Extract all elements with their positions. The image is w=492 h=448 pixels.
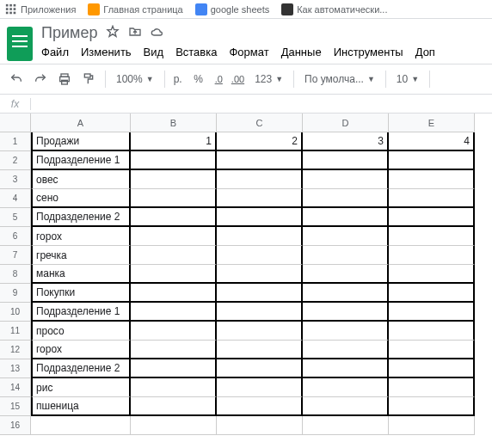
cell[interactable]	[131, 189, 217, 208]
cell[interactable]	[303, 170, 389, 189]
cell[interactable]	[131, 397, 217, 416]
menu-tools[interactable]: Инструменты	[334, 46, 403, 58]
cell[interactable]: Подразделение 2	[31, 359, 131, 378]
sheets-logo-icon[interactable]	[7, 27, 33, 61]
cell[interactable]	[131, 246, 217, 265]
print-button[interactable]	[53, 68, 76, 90]
cell[interactable]	[217, 208, 303, 227]
cell[interactable]	[389, 246, 475, 265]
cell[interactable]	[217, 227, 303, 246]
cell[interactable]	[217, 246, 303, 265]
percent-button[interactable]: %	[188, 68, 210, 90]
star-icon[interactable]	[106, 25, 120, 41]
cell[interactable]	[217, 284, 303, 303]
cell[interactable]	[217, 341, 303, 359]
cell[interactable]	[217, 303, 303, 322]
document-title[interactable]: Пример	[41, 24, 97, 42]
column-header[interactable]: B	[131, 114, 217, 132]
row-header[interactable]: 11	[0, 322, 31, 341]
cell[interactable]	[131, 284, 217, 303]
cell[interactable]	[131, 303, 217, 322]
undo-button[interactable]	[5, 68, 28, 90]
cell[interactable]	[303, 265, 389, 284]
cell[interactable]	[217, 378, 303, 397]
cell[interactable]	[217, 170, 303, 189]
row-header[interactable]: 14	[0, 378, 31, 397]
menu-insert[interactable]: Вставка	[175, 46, 217, 58]
number-format-dropdown[interactable]: 123▼	[249, 68, 288, 90]
cell[interactable]	[217, 416, 303, 435]
cell[interactable]	[303, 397, 389, 416]
row-header[interactable]: 15	[0, 397, 31, 416]
cell[interactable]	[217, 151, 303, 170]
cell[interactable]	[31, 416, 131, 435]
row-header[interactable]: 10	[0, 303, 31, 322]
menu-data[interactable]: Данные	[281, 46, 322, 58]
move-icon[interactable]	[128, 25, 142, 41]
cell[interactable]: Подразделение 1	[31, 303, 131, 322]
menu-edit[interactable]: Изменить	[81, 46, 132, 58]
cell[interactable]	[303, 359, 389, 378]
cell[interactable]	[389, 170, 475, 189]
cell[interactable]	[303, 341, 389, 359]
menu-format[interactable]: Формат	[229, 46, 268, 58]
cell[interactable]	[389, 303, 475, 322]
cell[interactable]	[389, 416, 475, 435]
cell[interactable]	[131, 227, 217, 246]
cell[interactable]	[303, 322, 389, 341]
fontsize-dropdown[interactable]: 10▼	[391, 68, 424, 90]
formula-input[interactable]	[31, 95, 492, 113]
cell[interactable]	[131, 151, 217, 170]
row-header[interactable]: 16	[0, 416, 31, 435]
cell[interactable]: горох	[31, 341, 131, 359]
cell[interactable]	[303, 416, 389, 435]
cell[interactable]	[131, 416, 217, 435]
cell[interactable]: горох	[31, 227, 131, 246]
paint-format-button[interactable]	[77, 68, 100, 90]
row-header[interactable]: 5	[0, 208, 31, 227]
cell[interactable]	[389, 322, 475, 341]
column-header[interactable]: A	[31, 114, 131, 132]
cloud-icon[interactable]	[151, 25, 164, 41]
menu-addons[interactable]: Доп	[415, 46, 435, 58]
cell[interactable]	[389, 378, 475, 397]
cell[interactable]	[389, 341, 475, 359]
row-header[interactable]: 13	[0, 359, 31, 378]
cell[interactable]	[303, 189, 389, 208]
cell[interactable]: 1	[131, 132, 217, 151]
row-header[interactable]: 4	[0, 189, 31, 208]
cell[interactable]	[303, 378, 389, 397]
cell[interactable]	[217, 265, 303, 284]
increase-decimal-button[interactable]: .00	[228, 68, 248, 90]
cell[interactable]	[389, 208, 475, 227]
cell[interactable]	[389, 189, 475, 208]
font-dropdown[interactable]: По умолча...▼	[299, 68, 380, 90]
cell[interactable]	[217, 359, 303, 378]
bookmark-apps[interactable]: Приложения	[5, 3, 76, 15]
row-header[interactable]: 12	[0, 341, 31, 359]
row-header[interactable]: 6	[0, 227, 31, 246]
cell[interactable]: Продажи	[31, 132, 131, 151]
cell[interactable]: сено	[31, 189, 131, 208]
cell[interactable]	[131, 359, 217, 378]
cell[interactable]: 3	[303, 132, 389, 151]
row-header[interactable]: 9	[0, 284, 31, 303]
select-all-corner[interactable]	[0, 114, 31, 132]
row-header[interactable]: 7	[0, 246, 31, 265]
cell[interactable]: Подразделение 2	[31, 208, 131, 227]
cell[interactable]	[303, 303, 389, 322]
cell[interactable]	[389, 284, 475, 303]
cell[interactable]: пшеница	[31, 397, 131, 416]
cell[interactable]	[131, 170, 217, 189]
cell[interactable]	[303, 208, 389, 227]
cell[interactable]	[131, 378, 217, 397]
cell[interactable]: рис	[31, 378, 131, 397]
redo-button[interactable]	[29, 68, 52, 90]
row-header[interactable]: 2	[0, 151, 31, 170]
column-header[interactable]: D	[303, 114, 389, 132]
cell[interactable]	[217, 322, 303, 341]
decrease-decimal-button[interactable]: .0	[212, 68, 226, 90]
menu-file[interactable]: Файл	[41, 46, 69, 58]
cell[interactable]	[217, 397, 303, 416]
cell[interactable]: 4	[389, 132, 475, 151]
